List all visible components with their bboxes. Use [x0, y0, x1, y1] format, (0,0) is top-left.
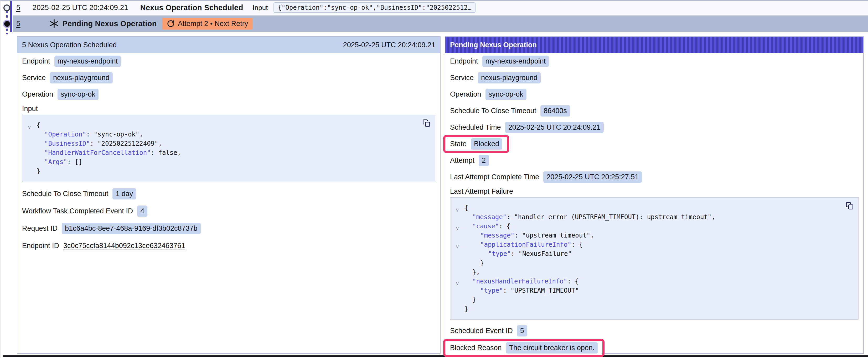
field-row-endpoint: Endpointmy-nexus-endpoint: [17, 53, 440, 70]
json-line-content: {: [36, 121, 40, 130]
event-input-preview: {"Operation":"sync-op-ok","BusinessID":"…: [274, 2, 475, 13]
json-line-content: "Args": []: [36, 158, 83, 167]
field-row-service: Servicenexus-playground: [17, 70, 440, 86]
field-row-workflow-task-completed-event-id: Workflow Task Completed Event ID4: [17, 202, 440, 220]
json-line-content: "HandlerWaitForCancellation": false,: [36, 148, 181, 158]
collapse-chevron-icon[interactable]: ∨: [456, 279, 464, 288]
field-row-schedule-to-close-timeout: Schedule To Close Timeout1 day: [17, 185, 440, 202]
event-title: Pending Nexus Operation: [63, 20, 157, 28]
workflow-event-history-view: 5 2025-02-25 UTC 20:24:09.21 Nexus Opera…: [0, 0, 868, 358]
field-value-badge: 2025-02-25 UTC 20:24:09.21: [505, 122, 604, 133]
selected-event-accent-bar: [10, 1, 12, 32]
input-json-viewer: ∨{∨"Operation": "sync-op-ok",∨"BusinessI…: [22, 115, 435, 182]
json-line-content: }: [36, 167, 40, 176]
field-row-endpoint-id: Endpoint ID3c0c75ccfa8144b092c13ce632463…: [17, 237, 440, 254]
json-code-line: ∨"BusinessID": "20250225122409",: [28, 139, 430, 148]
field-label: Endpoint: [22, 57, 50, 65]
retry-badge-label: Attempt 2 • Next Retry: [178, 20, 248, 28]
field-row-blocked-reason: Blocked ReasonThe circuit breaker is ope…: [445, 339, 863, 356]
collapse-chevron-icon[interactable]: ∨: [456, 242, 464, 251]
field-value-badge: sync-op-ok: [58, 89, 98, 100]
field-label: Attempt: [450, 156, 474, 165]
field-label: Last Attempt Complete Time: [450, 173, 539, 181]
field-row-last-attempt-complete-time: Last Attempt Complete Time2025-02-25 UTC…: [445, 169, 863, 185]
left-panel-fields-2: Schedule To Close Timeout1 dayWorkflow T…: [17, 185, 440, 254]
event-row-pending-nexus-operation[interactable]: 5 Pending Nexus Operation Attempt 2 • Ne…: [12, 15, 868, 32]
right-panel-fields-2: Scheduled Event ID5Blocked ReasonThe cir…: [445, 322, 863, 356]
field-label: Request ID: [22, 224, 58, 232]
field-value-badge: nexus-playground: [50, 72, 113, 84]
panel-title: 5 Nexus Operation Scheduled: [22, 41, 117, 49]
field-value-badge: b1c6a4bc-8ee7-468a-9169-df3b02c8737b: [62, 223, 200, 234]
field-value-badge: nexus-playground: [478, 72, 541, 84]
field-label: Schedule To Close Timeout: [22, 190, 108, 198]
field-value-link[interactable]: 3c0c75ccfa8144b092c13ce632463761: [63, 242, 185, 250]
copy-icon[interactable]: [423, 119, 430, 127]
json-code-line: ∨"type": "UPSTREAM_TIMEOUT": [456, 286, 853, 295]
field-value-badge: 2025-02-25 UTC 20:25:27.51: [543, 171, 642, 183]
event-timeline: [1, 1, 14, 35]
field-label: Service: [450, 74, 474, 82]
field-row-attempt: Attempt2: [445, 152, 863, 169]
field-row-operation: Operationsync-op-ok: [445, 86, 863, 103]
input-json-lines: ∨{∨"Operation": "sync-op-ok",∨"BusinessI…: [28, 121, 430, 176]
field-row-request-id: Request IDb1c6a4bc-8ee7-468a-9169-df3b02…: [17, 220, 440, 237]
copy-icon[interactable]: [846, 202, 854, 210]
panel-header: 5 Nexus Operation Scheduled 2025-02-25 U…: [17, 37, 440, 53]
field-row-scheduled-time: Scheduled Time2025-02-25 UTC 20:24:09.21: [445, 119, 863, 136]
field-label: Schedule To Close Timeout: [450, 107, 536, 115]
collapse-chevron-icon[interactable]: ∨: [456, 205, 464, 215]
field-value-badge: 86400s: [540, 105, 570, 117]
retry-icon: [167, 20, 175, 28]
timeline-open-circle-icon: [3, 4, 10, 11]
field-label: State: [450, 140, 467, 148]
annotation-highlight-box: Blocked ReasonThe circuit breaker is ope…: [443, 339, 604, 357]
event-timestamp: 2025-02-25 UTC 20:24:09.21: [33, 3, 128, 12]
json-line-content: "message": "handler error (UPSTREAM_TIME…: [464, 213, 715, 222]
input-section-label: Input: [17, 103, 440, 115]
json-line-content: },: [464, 268, 480, 277]
field-row-service: Servicenexus-playground: [445, 70, 863, 86]
retry-status-badge: Attempt 2 • Next Retry: [162, 18, 253, 30]
json-code-line: ∨"HandlerWaitForCancellation": false,: [28, 148, 430, 158]
field-value-badge: my-nexus-endpoint: [482, 56, 549, 67]
json-line-content: "BusinessID": "20250225122409",: [36, 139, 162, 148]
event-input-label: Input: [253, 4, 268, 12]
panel-header-striped: Pending Nexus Operation: [445, 37, 863, 53]
event-id-link[interactable]: 5: [16, 3, 21, 12]
field-label: Operation: [22, 90, 53, 98]
field-row-operation: Operationsync-op-ok: [17, 86, 440, 103]
field-label: Blocked Reason: [450, 344, 502, 352]
field-value-badge: 1 day: [113, 188, 136, 199]
timeline-filled-circle-icon: [4, 21, 10, 27]
failure-json-viewer: ∨{∨"message": "handler error (UPSTREAM_T…: [450, 197, 859, 320]
failure-json-lines: ∨{∨"message": "handler error (UPSTREAM_T…: [456, 203, 853, 314]
json-code-line: ∨}: [456, 295, 853, 304]
json-code-line: ∨}: [456, 259, 853, 268]
json-line-content: }: [464, 295, 476, 304]
field-row-scheduled-event-id: Scheduled Event ID5: [445, 322, 863, 339]
json-code-line: ∨"Operation": "sync-op-ok",: [28, 130, 430, 139]
field-row-state: StateBlocked: [445, 136, 863, 152]
json-line-content: "message": "upstream timeout",: [464, 231, 594, 240]
field-label: Operation: [450, 90, 481, 98]
collapse-chevron-icon[interactable]: ∨: [456, 224, 464, 233]
json-code-line: ∨},: [456, 268, 853, 277]
json-code-line: ∨"nexusHandlerFailureInfo": {: [456, 277, 853, 286]
field-label: Endpoint: [450, 57, 478, 65]
left-panel-fields: Endpointmy-nexus-endpointServicenexus-pl…: [17, 53, 440, 103]
field-row-endpoint: Endpointmy-nexus-endpoint: [445, 53, 863, 70]
pending-asterisk-icon: [50, 19, 59, 28]
json-code-line: ∨"type": "NexusFailure": [456, 249, 853, 259]
event-row-nexus-operation-scheduled[interactable]: 5 2025-02-25 UTC 20:24:09.21 Nexus Opera…: [12, 1, 868, 14]
annotation-highlight-box: StateBlocked: [443, 135, 509, 153]
json-line-content: "applicationFailureInfo": {: [464, 240, 583, 249]
event-id-link[interactable]: 5: [16, 20, 21, 28]
right-panel-fields: Endpointmy-nexus-endpointServicenexus-pl…: [445, 53, 863, 185]
collapse-chevron-icon[interactable]: ∨: [28, 123, 36, 132]
event-title: Nexus Operation Scheduled: [140, 3, 243, 12]
field-value-badge: my-nexus-endpoint: [54, 56, 121, 67]
json-code-line: ∨"message": "upstream timeout",: [456, 231, 853, 240]
field-row-schedule-to-close-timeout: Schedule To Close Timeout86400s: [445, 103, 863, 119]
json-line-content: "cause": {: [464, 222, 510, 231]
